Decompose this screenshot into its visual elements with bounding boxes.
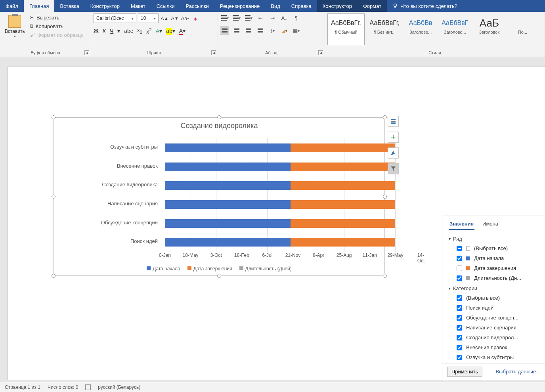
document-canvas[interactable]: Создание видеоролика Озвучка и субтитрыВ… [0,57,545,380]
filter-tab-names[interactable]: Имена [482,219,499,230]
underline-button[interactable]: Ч [110,28,113,34]
filter-row[interactable]: Обсуждение концеп... [449,313,543,323]
filter-checkbox[interactable] [457,246,462,251]
status-page[interactable]: Страница 1 из 1 [5,384,40,390]
filter-row[interactable]: Дата завершения [449,263,543,273]
filter-checkbox[interactable] [457,295,462,301]
copy-button[interactable]: ⧉Копировать [30,22,84,30]
tab-design[interactable]: Конструктор [85,0,125,12]
chart-filters-button[interactable] [388,163,399,174]
borders-button[interactable]: ▦▾ [292,26,300,35]
layout-options-button[interactable] [388,116,399,127]
text-effects-button[interactable]: A▾ [156,28,162,34]
tab-review[interactable]: Рецензирование [214,0,265,12]
shading-button[interactable]: ◢▾ [280,26,289,35]
style-card[interactable]: АаБЗаголовок [473,13,505,45]
tab-home[interactable]: Главная [24,0,54,12]
change-case-button[interactable]: Aa▾ [181,14,189,23]
style-card[interactable]: АаБбВвГг,¶ Обычный [327,13,365,45]
numbering-button[interactable]: ▾ [232,13,241,22]
tab-help[interactable]: Справка [286,0,317,12]
tab-layout[interactable]: Макет [125,0,151,12]
align-right-button[interactable] [244,26,253,35]
resize-handle[interactable] [383,274,387,278]
increase-font-button[interactable]: A▲ [160,14,169,23]
highlight-button[interactable]: ab▾ [166,28,175,34]
resize-handle[interactable] [383,115,387,119]
filter-row[interactable]: Поиск идей [449,303,543,313]
select-data-link[interactable]: Выбрать данные... [495,369,540,375]
clear-formatting-button[interactable]: ◈ [191,14,200,23]
filter-checkbox[interactable] [457,266,462,271]
filter-row[interactable]: Озвучка и субтитры [449,352,543,362]
status-language[interactable]: русский (Беларусь) [98,384,140,390]
chart-styles-button[interactable] [388,147,399,159]
chart-object[interactable]: Создание видеоролика Озвучка и субтитрыВ… [54,117,385,276]
subscript-button[interactable]: x2 [137,27,142,34]
filter-tab-values[interactable]: Значения [449,219,474,230]
filter-checkbox[interactable] [457,335,462,340]
format-painter-button[interactable]: 🖌Формат по образцу [30,31,84,39]
filter-row[interactable]: (Выбрать все) [449,293,543,303]
decrease-font-button[interactable]: A▼ [170,14,179,23]
show-marks-button[interactable]: ¶ [292,13,300,22]
tab-chart-design[interactable]: Конструктор [317,0,358,12]
tab-view[interactable]: Вид [265,0,286,12]
tab-file[interactable]: Файл [0,0,24,12]
filter-row[interactable]: Создание видеорол... [449,333,543,342]
superscript-button[interactable]: x2 [146,27,151,35]
filter-section-series[interactable]: ▾Ряд [449,233,543,243]
style-card[interactable]: АаБбВвГг,¶ Без инт... [366,13,403,45]
style-card[interactable]: АаБбВвЗаголово... [405,13,436,45]
align-center-button[interactable] [232,26,241,35]
italic-button[interactable]: К [103,28,106,34]
resize-handle[interactable] [217,115,221,119]
paste-button[interactable]: Вставить ▾ [2,13,27,40]
filter-row[interactable]: Длительность (Дн... [449,273,543,283]
tab-insert[interactable]: Вставка [54,0,84,12]
chart-elements-button[interactable]: + [388,132,399,143]
resize-handle[interactable] [52,274,55,278]
filter-checkbox[interactable] [457,345,462,350]
filter-checkbox[interactable] [457,275,462,281]
align-left-button[interactable] [220,26,229,35]
filter-checkbox[interactable] [457,315,462,321]
cut-button[interactable]: ✂Вырезать [30,13,84,21]
resize-handle[interactable] [52,115,55,119]
font-color-button[interactable]: A▾ [179,28,185,34]
status-words[interactable]: Число слов: 0 [48,384,78,390]
sort-button[interactable]: A↓ [280,13,289,22]
tab-mailings[interactable]: Рассылки [180,0,214,12]
style-card[interactable]: По... [507,13,538,45]
chart-title[interactable]: Создание видеоролика [54,118,384,132]
filter-checkbox[interactable] [457,256,462,261]
bullets-button[interactable]: ▾ [220,13,229,22]
filter-checkbox[interactable] [457,325,462,331]
font-size-select[interactable]: 10▾ [138,13,159,23]
multilevel-button[interactable]: ▾ [244,13,253,22]
strikethrough-button[interactable]: abc [124,28,133,34]
filter-section-categories[interactable]: ▾Категории [449,283,543,293]
filter-checkbox[interactable] [457,355,462,360]
bold-button[interactable]: Ж [94,28,99,34]
filter-row[interactable]: Дата начала [449,253,543,263]
filter-checkbox[interactable] [457,305,462,311]
clipboard-launcher[interactable]: ◢ [84,50,89,55]
style-card[interactable]: АаБбВвГЗаголово... [438,13,472,45]
paragraph-launcher[interactable]: ◢ [318,50,323,55]
tab-references[interactable]: Ссылки [151,0,180,12]
tab-chart-format[interactable]: Формат [358,0,387,12]
justify-button[interactable] [256,26,265,35]
decrease-indent-button[interactable]: ⇤ [256,13,265,22]
font-family-select[interactable]: Calibri (Оснс▾ [94,13,136,23]
filter-row[interactable]: Написание сценария [449,323,543,333]
font-launcher[interactable]: ◢ [211,50,216,55]
filter-row[interactable]: (Выбрать все) [449,243,543,253]
increase-indent-button[interactable]: ⇥ [268,13,277,22]
styles-gallery[interactable]: АаБбВвГг,¶ ОбычныйАаБбВвГг,¶ Без инт...А… [327,13,538,45]
apply-button[interactable]: Применить [447,367,482,377]
spellcheck-icon[interactable] [85,384,91,390]
filter-row[interactable]: Внесение правок [449,342,543,352]
resize-handle[interactable] [217,274,221,278]
line-spacing-button[interactable]: ‡▾ [268,26,277,35]
